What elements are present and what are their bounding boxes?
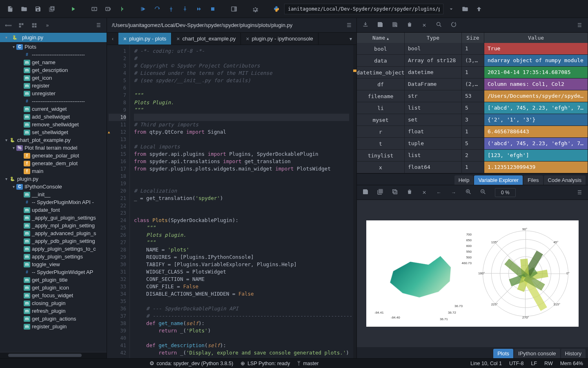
plots-tab[interactable]: IPython console — [514, 349, 560, 358]
outline-active-file-header[interactable]: ▾ 🐍 plugin.py — [0, 33, 107, 42]
outline-item[interactable]: mregister_plugin — [0, 323, 107, 330]
outline-item[interactable]: fmain — [0, 167, 107, 175]
outline-item[interactable]: mrefresh_plugin — [0, 307, 107, 315]
plots-zoom-out-button[interactable] — [479, 188, 488, 196]
outline-item[interactable]: ▾CIPythonConsole — [0, 183, 107, 191]
outline-item[interactable]: #-- SpyderPluginMixin API - — [0, 198, 107, 206]
save-button[interactable] — [32, 3, 44, 15]
parent-directory-button[interactable] — [473, 3, 485, 15]
working-directory-dropdown[interactable] — [445, 3, 457, 15]
debug-stop-button[interactable] — [207, 3, 219, 15]
outline-item[interactable]: mget_focus_widget — [0, 292, 107, 299]
plots-save-all-button[interactable] — [376, 188, 385, 196]
working-directory-input[interactable] — [284, 4, 443, 14]
ve-tab[interactable]: Variable Explorer — [474, 175, 523, 185]
status-memory[interactable]: Mem 64% — [560, 361, 583, 366]
ve-row[interactable]: xfloat6411.1235123099439 — [357, 162, 588, 173]
tab-scroll-left-button[interactable]: ‹ — [107, 33, 118, 45]
status-readwrite[interactable]: RW — [544, 361, 553, 366]
ve-tab[interactable]: Code Analysis — [544, 175, 586, 185]
editor-file-list-button[interactable]: ▾ — [345, 33, 356, 45]
ve-row[interactable]: dataArray of str128(3, 3)ndarray object … — [357, 55, 588, 67]
outline-item[interactable]: mtoggle_view — [0, 260, 107, 268]
outline-item[interactable]: mget_plugin_actions — [0, 315, 107, 323]
outline-item[interactable]: m__init__ — [0, 191, 107, 198]
outline-item[interactable]: m_apply_gui_plugin_settings — [0, 214, 107, 222]
outline-item[interactable]: #------------------------------ — [0, 51, 107, 58]
ve-tab[interactable]: Help — [454, 175, 474, 185]
outline-item[interactable]: mget_plugin_title — [0, 276, 107, 284]
browse-directory-button[interactable] — [459, 3, 471, 15]
code-editor[interactable]: 1234567891011121314151617181920212223242… — [107, 45, 356, 358]
outline-item[interactable]: m_apply_advanced_plugin_s — [0, 229, 107, 237]
plots-options-button[interactable]: ☰ — [575, 190, 584, 195]
ve-save-button[interactable] — [376, 21, 385, 29]
ve-delete-all-button[interactable]: ✕ — [420, 22, 429, 28]
outline-item[interactable]: mapply_plugin_settings — [0, 253, 107, 260]
code-area[interactable]: # -*- coding: utf-8 -*-## Copyright © Sp… — [130, 45, 353, 358]
ve-row[interactable]: datetime_objectdatetime12021-04-14 17:35… — [357, 67, 588, 79]
plots-tab[interactable]: Plots — [493, 349, 513, 358]
debug-button[interactable] — [137, 3, 149, 15]
outline-item[interactable]: m_apply_mpl_plugin_setting — [0, 222, 107, 229]
ve-delete-button[interactable] — [405, 21, 414, 29]
status-git-branch[interactable]: ᛘ master — [297, 360, 318, 366]
status-env[interactable]: ⚙ conda: spyder_dev (Python 3.8.5) — [149, 360, 234, 366]
outline-item[interactable]: mget_name — [0, 58, 107, 66]
plots-delete-button[interactable] — [405, 188, 414, 196]
outline-item[interactable]: mset_shellwidget — [0, 128, 107, 136]
open-file-button[interactable] — [18, 3, 30, 15]
outline-item[interactable]: ▾CPlots — [0, 43, 107, 51]
outline-expand-button[interactable] — [29, 20, 39, 30]
ve-row[interactable]: lilist5['abcd', 745, 2.23, 'efgh', 70.2] — [357, 102, 588, 114]
outline-item[interactable]: munregister — [0, 90, 107, 97]
run-cell-advance-button[interactable] — [102, 3, 114, 15]
debug-continue-button[interactable] — [193, 3, 205, 15]
outline-item[interactable]: ▾🐍plugin.py — [0, 175, 107, 183]
python-path-button[interactable] — [270, 3, 283, 15]
ve-row[interactable]: dfDataFrame(2, 2)Column names: Col1, Col… — [357, 79, 588, 90]
outline-item[interactable]: mget_description — [0, 66, 107, 74]
outline-item[interactable]: fgenerate_polar_plot — [0, 152, 107, 159]
plots-tab[interactable]: History — [561, 349, 586, 358]
ve-row[interactable]: filenamestr53/Users/Documents/spyder/spy… — [357, 90, 588, 102]
plots-viewer[interactable]: 700 650 600 550 500 460.73 -84.41 -84.40… — [357, 200, 588, 347]
outline-scrollbar[interactable] — [0, 352, 107, 358]
outline-item[interactable]: madd_shellwidget — [0, 113, 107, 121]
ve-import-button[interactable] — [361, 21, 370, 29]
outline-item[interactable]: #-- SpyderPluginWidget AP — [0, 268, 107, 276]
ve-header-size[interactable]: Size — [462, 33, 484, 43]
outline-item[interactable]: mremove_shellwidget — [0, 121, 107, 128]
outline-item[interactable]: mclosing_plugin — [0, 299, 107, 307]
status-eol[interactable]: LF — [531, 361, 537, 366]
ve-row[interactable]: ttuple5('abcd', 745, 2.23, 'efgh', 70.2) — [357, 138, 588, 150]
ve-row[interactable]: boolbool1True — [357, 43, 588, 55]
outline-tree[interactable]: ▾CPlots#------------------------------mg… — [0, 42, 107, 352]
outline-item[interactable]: ▾🐍chart_plot_example.py — [0, 136, 107, 144]
plots-delete-all-button[interactable]: ✕ — [420, 190, 429, 195]
debug-step-over-button[interactable] — [151, 3, 163, 15]
close-tab-icon[interactable]: × — [123, 36, 127, 42]
editor-tab[interactable]: ×chart_plot_example.py — [172, 33, 241, 45]
outline-item[interactable]: mapply_plugin_settings_to_c — [0, 245, 107, 253]
ve-header-name[interactable]: Name — [357, 33, 405, 43]
outline-item[interactable]: mcurrent_widget — [0, 105, 107, 113]
ve-search-button[interactable] — [434, 21, 443, 29]
status-encoding[interactable]: UTF-8 — [509, 361, 523, 366]
ve-row[interactable]: rfloat16.46567886443 — [357, 126, 588, 138]
save-all-button[interactable] — [46, 3, 58, 15]
status-cursor-pos[interactable]: Line 10, Col 1 — [470, 361, 502, 366]
outline-options-button[interactable]: ☰ — [94, 20, 103, 30]
editor-tab[interactable]: ×plugin.py - plots — [118, 33, 172, 45]
ve-row[interactable]: tinylistlist2[123, 'efgh'] — [357, 150, 588, 162]
editor-options-button[interactable]: ☰ — [347, 22, 352, 28]
run-button[interactable] — [67, 3, 79, 15]
preferences-button[interactable] — [249, 3, 261, 15]
status-lsp[interactable]: ⊕ LSP Python: ready — [241, 360, 290, 366]
outline-item[interactable]: mget_icon — [0, 74, 107, 82]
plots-copy-button[interactable] — [390, 188, 399, 196]
plots-save-button[interactable] — [361, 188, 370, 196]
ve-header-value[interactable]: Value — [484, 33, 588, 43]
outline-home-button[interactable]: ⟸ — [3, 20, 13, 30]
close-tab-icon[interactable]: × — [176, 36, 180, 42]
